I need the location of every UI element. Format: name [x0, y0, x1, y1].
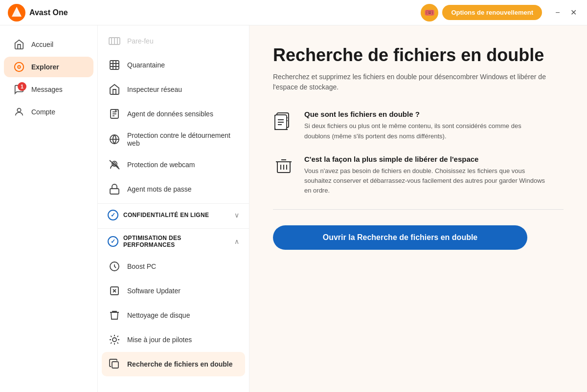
- title-bar-right: 🎟️ Options de renouvellement − ✕: [421, 4, 579, 22]
- main-panel: Recherche de fichiers en double Recherch…: [249, 25, 587, 392]
- svg-rect-22: [112, 362, 118, 368]
- sub-nav-label-pilotes: Mise à jour de pilotes: [127, 336, 192, 344]
- svg-rect-18: [110, 189, 119, 194]
- sub-nav-item-software-updater[interactable]: Software Updater: [98, 279, 249, 303]
- data-icon: [108, 107, 121, 121]
- section-divider: [273, 209, 564, 210]
- page-title: Recherche de fichiers en double: [273, 45, 564, 65]
- quarantine-icon: [108, 58, 121, 72]
- sidebar-label-messages: Messages: [31, 86, 63, 93]
- sidebar-label-explorer: Explorer: [31, 63, 59, 71]
- sub-nav-item-quarantaine[interactable]: Quarantaine: [98, 53, 249, 77]
- sub-nav-item-pilotes[interactable]: Mise à jour de pilotes: [98, 327, 249, 352]
- sub-nav-label-doublons: Recherche de fichiers en double: [127, 360, 233, 368]
- password-icon: [108, 182, 121, 196]
- info-card-1: Que sont les fichiers en double ? Si deu…: [273, 110, 564, 141]
- sidebar: Accueil Explorer 1 Messages: [0, 25, 98, 392]
- sub-nav-item-protection-web[interactable]: Protection contre le détournement web: [98, 126, 249, 152]
- duplicate-doc-icon: [273, 110, 294, 131]
- sub-nav-label-agent-donnees: Agent de données sensibles: [127, 110, 213, 118]
- sub-nav-item-agent-mdp[interactable]: Agent mots de passe: [98, 177, 249, 201]
- sidebar-label-compte: Compte: [31, 108, 55, 116]
- svg-point-21: [113, 338, 116, 342]
- sidebar-item-explorer[interactable]: Explorer: [4, 57, 93, 77]
- section-check-optimisation: ✓: [108, 236, 118, 247]
- section-title-optimisation: OPTIMISATION DES PERFORMANCES: [123, 235, 234, 248]
- main-layout: Accueil Explorer 1 Messages: [0, 25, 587, 392]
- messages-badge: 1: [18, 82, 26, 91]
- app-logo-area: Avast One: [8, 4, 68, 22]
- shield-web-icon: [108, 132, 121, 146]
- title-bar: Avast One 🎟️ Options de renouvellement −…: [0, 0, 587, 25]
- sub-nav-label-nettoyage: Nettoyage de disque: [127, 311, 190, 319]
- close-button[interactable]: ✕: [567, 7, 579, 19]
- info-card-2: C'est la façon la plus simple de libérer…: [273, 155, 564, 196]
- info-card-2-text: Vous n'avez pas besoin de fichiers en do…: [304, 166, 549, 196]
- trash-icon: [273, 155, 294, 176]
- sub-nav-item-webcam[interactable]: Protection de webcam: [98, 152, 249, 177]
- duplicate-icon: [108, 357, 121, 371]
- sub-nav-item-nettoyage[interactable]: Nettoyage de disque: [98, 303, 249, 327]
- avast-logo-icon: [8, 4, 25, 22]
- sub-nav-item-agent-donnees[interactable]: Agent de données sensibles: [98, 102, 249, 126]
- sub-nav-item-inspecteur[interactable]: Inspecteur réseau: [98, 77, 249, 102]
- svg-point-1: [15, 63, 23, 71]
- renewal-icon: 🎟️: [421, 4, 438, 22]
- sub-nav-label-software-updater: Software Updater: [127, 287, 181, 295]
- section-title-confidentialite: CONFIDENTIALITÉ EN LIGNE: [123, 212, 209, 218]
- svg-rect-8: [110, 61, 119, 69]
- open-duplicate-search-button[interactable]: Ouvrir la Recherche de fichiers en doubl…: [273, 225, 527, 250]
- network-icon: [108, 83, 121, 96]
- sub-nav-label-webcam: Protection de webcam: [127, 161, 195, 169]
- sub-nav-label-quarantaine: Quarantaine: [127, 61, 165, 69]
- sidebar-label-accueil: Accueil: [31, 41, 53, 48]
- account-icon: [14, 107, 25, 117]
- app-name: Avast One: [29, 8, 68, 17]
- sub-nav-label-pare-feu: Pare-feu: [127, 37, 154, 45]
- renewal-badge: 🎟️ Options de renouvellement: [421, 4, 542, 22]
- clean-icon: [108, 308, 121, 322]
- sub-nav-label-boost-pc: Boost PC: [127, 262, 156, 270]
- window-controls: − ✕: [552, 7, 579, 19]
- firewall-icon: [108, 34, 121, 48]
- section-optimisation-left: ✓ OPTIMISATION DES PERFORMANCES: [108, 235, 234, 248]
- section-confidentialite-left: ✓ CONFIDENTIALITÉ EN LIGNE: [108, 210, 209, 220]
- info-card-2-content: C'est la façon la plus simple de libérer…: [304, 155, 549, 196]
- chevron-optimisation-icon: ∧: [234, 238, 239, 245]
- sub-nav-item-boost-pc[interactable]: Boost PC: [98, 254, 249, 279]
- sub-nav-item-pare-feu[interactable]: Pare-feu: [98, 29, 249, 53]
- info-card-2-title: C'est la façon la plus simple de libérer…: [304, 155, 549, 163]
- sub-nav-item-doublons[interactable]: Recherche de fichiers en double: [102, 352, 245, 376]
- webcam-icon: [108, 158, 121, 172]
- explore-icon: [14, 62, 25, 72]
- svg-point-2: [18, 65, 21, 68]
- renewal-button[interactable]: Options de renouvellement: [442, 5, 542, 20]
- sub-nav: Pare-feu Quarantaine: [98, 25, 249, 392]
- sidebar-item-accueil[interactable]: Accueil: [4, 34, 93, 55]
- home-icon: [14, 39, 25, 50]
- section-check-confidentialite: ✓: [108, 210, 118, 220]
- minimize-button[interactable]: −: [552, 7, 564, 19]
- sidebar-item-compte[interactable]: Compte: [4, 102, 93, 122]
- update-icon: [108, 284, 121, 298]
- boost-icon: [108, 260, 121, 273]
- sidebar-item-messages[interactable]: 1 Messages: [4, 79, 93, 100]
- sub-nav-label-inspecteur: Inspecteur réseau: [127, 86, 182, 93]
- driver-icon: [108, 333, 121, 347]
- svg-point-3: [17, 109, 21, 112]
- info-card-1-content: Que sont les fichiers en double ? Si deu…: [304, 110, 549, 141]
- sub-nav-label-protection-web: Protection contre le détournement web: [127, 131, 239, 147]
- sub-nav-label-agent-mdp: Agent mots de passe: [127, 185, 192, 193]
- info-card-1-title: Que sont les fichiers en double ?: [304, 110, 549, 118]
- content-area: Pare-feu Quarantaine: [98, 25, 587, 392]
- info-card-1-text: Si deux fichiers ou plus ont le même con…: [304, 121, 549, 141]
- chevron-confidentialite-icon: ∨: [234, 211, 239, 219]
- section-confidentialite[interactable]: ✓ CONFIDENTIALITÉ EN LIGNE ∨: [98, 203, 249, 226]
- page-subtitle: Recherchez et supprimez les fichiers en …: [273, 72, 547, 92]
- section-optimisation[interactable]: ✓ OPTIMISATION DES PERFORMANCES ∧: [98, 228, 249, 254]
